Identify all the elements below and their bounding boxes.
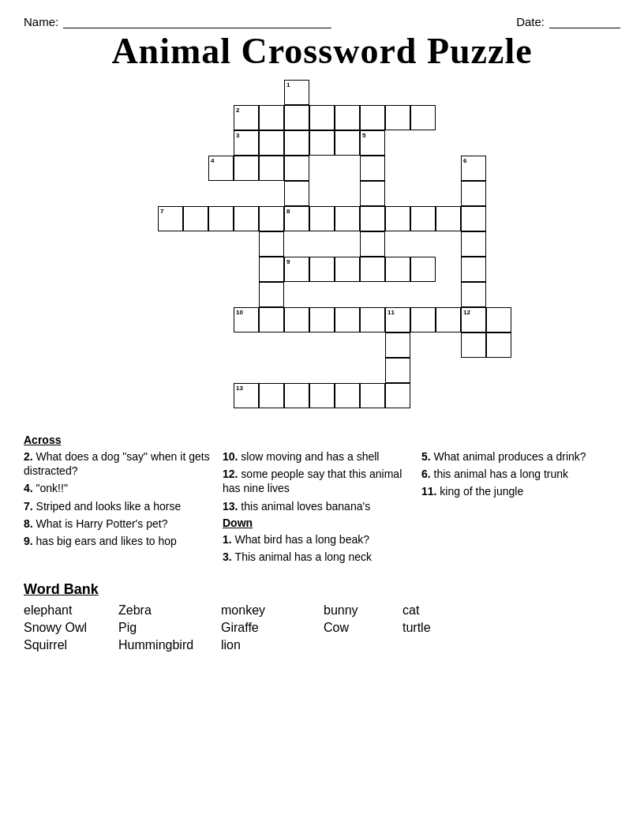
cell-2-2[interactable] (284, 105, 309, 130)
word-bank-word: turtle (402, 620, 466, 636)
cell-4-2[interactable] (259, 156, 284, 181)
cell-2-4[interactable] (335, 105, 360, 130)
cell-1-0[interactable]: 1 (284, 80, 309, 105)
cell-13-6[interactable] (385, 383, 410, 408)
cell-2-7[interactable] (410, 105, 436, 130)
cell-2-0[interactable]: 2 (234, 105, 259, 130)
cell-3d-7[interactable] (259, 257, 284, 282)
cell-13-5[interactable] (360, 383, 385, 408)
cell-12-3[interactable] (486, 332, 511, 358)
cell-13-2[interactable] (284, 383, 309, 408)
cell-11-1[interactable] (410, 307, 436, 332)
cell-8-2[interactable] (335, 206, 360, 231)
cell-8-6[interactable] (436, 206, 461, 231)
cell-10-4[interactable] (335, 307, 360, 332)
cell-5-3[interactable] (360, 156, 385, 181)
word-bank-word: Pig (118, 620, 221, 636)
clue-9: 9. has big ears and likes to hop (24, 534, 215, 548)
cell-10-2[interactable] (284, 307, 309, 332)
cell-1-4[interactable] (284, 181, 309, 206)
cell-8-1[interactable] (309, 206, 335, 231)
cell-8-5[interactable] (410, 206, 436, 231)
cell-2-3[interactable] (309, 105, 335, 130)
cell-3-2[interactable] (284, 130, 309, 156)
word-bank-word: bunny (324, 603, 402, 618)
clue-1: 1. What bird has a long beak? (223, 532, 414, 547)
clues-section: Across 2. What does a dog "say" when it … (24, 434, 620, 567)
cell-7-0[interactable]: 7 (158, 206, 183, 231)
cell-3-4[interactable] (335, 130, 360, 156)
cell-4-1[interactable] (234, 156, 259, 181)
cell-10-3[interactable] (309, 307, 335, 332)
cell-12-2[interactable] (461, 332, 486, 358)
cell-11d-2[interactable] (385, 358, 410, 383)
word-bank-word: lion (221, 637, 324, 653)
cell-7-3[interactable] (234, 206, 259, 231)
cell-11-0[interactable]: 11 (385, 307, 410, 332)
cell-2-1[interactable] (259, 105, 284, 130)
cell-4-0[interactable]: 4 (208, 156, 234, 181)
cell-3-3[interactable] (309, 130, 335, 156)
header: Name: Date: (24, 14, 620, 28)
date-label: Date: (516, 15, 545, 28)
word-bank-title: Word Bank (24, 581, 620, 598)
cell-12-1[interactable] (486, 307, 511, 332)
cell-3d-8[interactable] (259, 282, 284, 307)
clue-13: 13. this animal loves banana's (223, 499, 414, 513)
word-bank-word: Cow (324, 620, 402, 636)
word-bank-word: cat (402, 603, 466, 618)
cell-6-4[interactable] (461, 181, 486, 206)
cell-13-0[interactable]: 13 (234, 383, 259, 408)
puzzle-area: 1 2 3 5 4 (24, 80, 620, 419)
cell-8-4[interactable] (385, 206, 410, 231)
date-field[interactable] (549, 14, 620, 28)
cell-9-1[interactable] (309, 257, 335, 282)
cell-13-1[interactable] (259, 383, 284, 408)
cell-7-1[interactable] (183, 206, 208, 231)
cell-3-1[interactable] (259, 130, 284, 156)
cell-7-2[interactable] (208, 206, 234, 231)
word-bank-word: elephant (24, 603, 118, 618)
cell-10-1[interactable] (259, 307, 284, 332)
cell-4-3[interactable] (284, 156, 309, 181)
clue-11: 11. king of the jungle (421, 484, 612, 498)
cell-10-0[interactable]: 10 (234, 307, 259, 332)
cell-11d-1[interactable] (385, 332, 410, 358)
cell-3-0[interactable]: 3 (234, 130, 259, 156)
clue-8: 8. What is Harry Potter's pet? (24, 517, 215, 531)
word-bank-word: Giraffe (221, 620, 324, 636)
cell-13-3[interactable] (309, 383, 335, 408)
cell-5-4[interactable] (360, 181, 385, 206)
name-label: Name: (24, 15, 58, 28)
cell-3d-5[interactable] (259, 206, 284, 231)
cell-9-0[interactable]: 9 (284, 257, 309, 282)
cell-10-5[interactable] (360, 307, 385, 332)
cell-8-0[interactable]: 8 (284, 206, 309, 231)
cell-8-7[interactable] (461, 206, 486, 231)
cell-2-6[interactable] (385, 105, 410, 130)
crossword-grid: 1 2 3 5 4 (156, 80, 488, 419)
cell-8-3[interactable] (360, 206, 385, 231)
cell-6-8[interactable] (461, 282, 486, 307)
cell-3-5[interactable]: 5 (360, 130, 385, 156)
down-label: Down (223, 517, 414, 529)
cell-5-6[interactable] (360, 231, 385, 257)
cell-13-4[interactable] (335, 383, 360, 408)
clue-4: 4. "onk!!" (24, 481, 215, 495)
cell-6-7[interactable] (461, 257, 486, 282)
cell-2-5[interactable] (360, 105, 385, 130)
cell-9-4[interactable] (385, 257, 410, 282)
name-field[interactable] (63, 14, 331, 28)
word-bank-section: Word Bank elephant Zebra monkey bunny ca… (24, 581, 620, 653)
cell-11-2[interactable] (436, 307, 461, 332)
cell-6-6[interactable] (461, 231, 486, 257)
cell-9-2[interactable] (335, 257, 360, 282)
cell-9-5[interactable] (410, 257, 436, 282)
cell-9-3[interactable] (360, 257, 385, 282)
clue-6: 6. this animal has a long trunk (421, 467, 612, 481)
cell-6-3[interactable]: 6 (461, 156, 486, 181)
cell-3d-6[interactable] (259, 231, 284, 257)
page-title: Animal Crossword Puzzle (24, 30, 620, 72)
across-clues-2: 10. slow moving and has a shell 12. some… (223, 434, 421, 567)
cell-12-0[interactable]: 12 (461, 307, 486, 332)
